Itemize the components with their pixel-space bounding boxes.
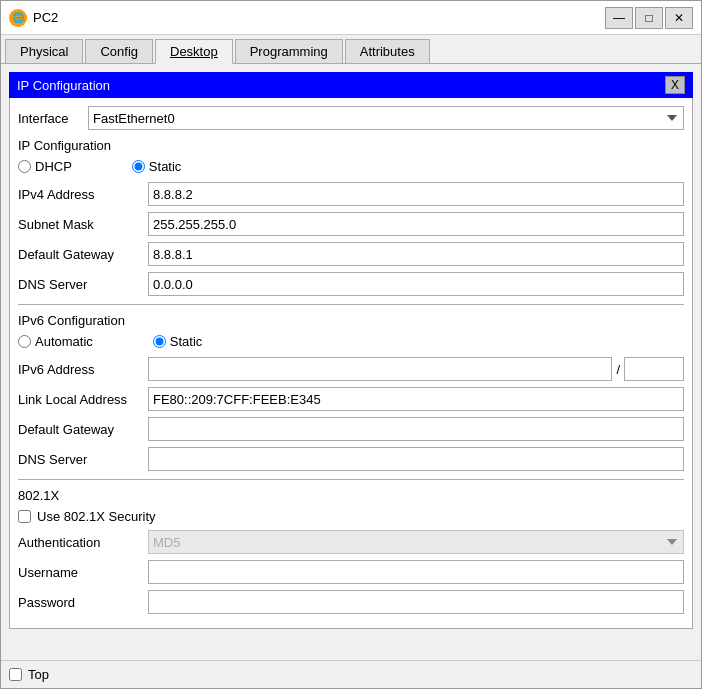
ipv6-static-radio[interactable] bbox=[153, 335, 166, 348]
link-local-input[interactable] bbox=[148, 387, 684, 411]
username-row: Username bbox=[18, 560, 684, 584]
dns-server-row: DNS Server bbox=[18, 272, 684, 296]
tab-programming[interactable]: Programming bbox=[235, 39, 343, 63]
ipv6-dns-row: DNS Server bbox=[18, 447, 684, 471]
top-checkbox[interactable] bbox=[9, 668, 22, 681]
section-divider-2 bbox=[18, 479, 684, 480]
ipv6-address-label: IPv6 Address bbox=[18, 362, 148, 377]
ipv6-gateway-label: Default Gateway bbox=[18, 422, 148, 437]
ipv4-address-row: IPv4 Address bbox=[18, 182, 684, 206]
default-gateway-input[interactable] bbox=[148, 242, 684, 266]
dhcp-radio[interactable] bbox=[18, 160, 31, 173]
dot1x-section-label: 802.1X bbox=[18, 488, 684, 503]
ipv4-radio-group: DHCP Static bbox=[18, 159, 684, 174]
ipv6-section-label: IPv6 Configuration bbox=[18, 313, 684, 328]
section-divider-1 bbox=[18, 304, 684, 305]
ipv6-automatic-radio[interactable] bbox=[18, 335, 31, 348]
ipv4-address-input[interactable] bbox=[148, 182, 684, 206]
ipv6-address-row: IPv6 Address / bbox=[18, 357, 684, 381]
dot1x-checkbox-row: Use 802.1X Security bbox=[18, 509, 684, 524]
ipv6-prefix-input[interactable] bbox=[624, 357, 684, 381]
interface-row: Interface FastEthernet0 bbox=[18, 106, 684, 130]
ipv6-address-fields: / bbox=[148, 357, 684, 381]
dns-server-label: DNS Server bbox=[18, 277, 148, 292]
dot1x-checkbox[interactable] bbox=[18, 510, 31, 523]
interface-select[interactable]: FastEthernet0 bbox=[88, 106, 684, 130]
dns-server-input[interactable] bbox=[148, 272, 684, 296]
tab-physical[interactable]: Physical bbox=[5, 39, 83, 63]
subnet-mask-row: Subnet Mask bbox=[18, 212, 684, 236]
top-label: Top bbox=[28, 667, 49, 682]
static-label: Static bbox=[149, 159, 182, 174]
ipv4-address-label: IPv4 Address bbox=[18, 187, 148, 202]
ipv4-section-label: IP Configuration bbox=[18, 138, 684, 153]
tab-bar: Physical Config Desktop Programming Attr… bbox=[1, 35, 701, 64]
password-row: Password bbox=[18, 590, 684, 614]
subnet-mask-input[interactable] bbox=[148, 212, 684, 236]
link-local-address-row: Link Local Address bbox=[18, 387, 684, 411]
panel-body: Interface FastEthernet0 IP Configuration… bbox=[9, 98, 693, 629]
ipv6-gateway-row: Default Gateway bbox=[18, 417, 684, 441]
username-label: Username bbox=[18, 565, 148, 580]
main-window: 🌐 PC2 — □ ✕ Physical Config Desktop Prog… bbox=[0, 0, 702, 689]
main-content: IP Configuration X Interface FastEtherne… bbox=[1, 64, 701, 660]
subnet-mask-label: Subnet Mask bbox=[18, 217, 148, 232]
ipv6-gateway-input[interactable] bbox=[148, 417, 684, 441]
window-controls: — □ ✕ bbox=[605, 7, 693, 29]
ipv6-dns-input[interactable] bbox=[148, 447, 684, 471]
close-button[interactable]: ✕ bbox=[665, 7, 693, 29]
password-label: Password bbox=[18, 595, 148, 610]
title-bar: 🌐 PC2 — □ ✕ bbox=[1, 1, 701, 35]
interface-label: Interface bbox=[18, 111, 88, 126]
static-radio-item[interactable]: Static bbox=[132, 159, 182, 174]
ipv6-address-input[interactable] bbox=[148, 357, 612, 381]
dhcp-radio-item[interactable]: DHCP bbox=[18, 159, 72, 174]
ipv6-automatic-label: Automatic bbox=[35, 334, 93, 349]
default-gateway-row: Default Gateway bbox=[18, 242, 684, 266]
minimize-button[interactable]: — bbox=[605, 7, 633, 29]
app-icon: 🌐 bbox=[9, 9, 27, 27]
ipv6-automatic-radio-item[interactable]: Automatic bbox=[18, 334, 93, 349]
ipv6-static-radio-item[interactable]: Static bbox=[153, 334, 203, 349]
default-gateway-label: Default Gateway bbox=[18, 247, 148, 262]
ipv6-slash: / bbox=[616, 362, 620, 377]
ipv6-dns-label: DNS Server bbox=[18, 452, 148, 467]
tab-attributes[interactable]: Attributes bbox=[345, 39, 430, 63]
static-radio[interactable] bbox=[132, 160, 145, 173]
maximize-button[interactable]: □ bbox=[635, 7, 663, 29]
authentication-select[interactable]: MD5 bbox=[148, 530, 684, 554]
ipv6-radio-group: Automatic Static bbox=[18, 334, 684, 349]
panel-close-button[interactable]: X bbox=[665, 76, 685, 94]
dhcp-label: DHCP bbox=[35, 159, 72, 174]
panel-header: IP Configuration X bbox=[9, 72, 693, 98]
panel-title: IP Configuration bbox=[17, 78, 110, 93]
password-input[interactable] bbox=[148, 590, 684, 614]
authentication-row: Authentication MD5 bbox=[18, 530, 684, 554]
username-input[interactable] bbox=[148, 560, 684, 584]
tab-config[interactable]: Config bbox=[85, 39, 153, 63]
ipv6-static-label: Static bbox=[170, 334, 203, 349]
authentication-label: Authentication bbox=[18, 535, 148, 550]
dot1x-checkbox-label: Use 802.1X Security bbox=[37, 509, 156, 524]
window-title: PC2 bbox=[33, 10, 605, 25]
link-local-label: Link Local Address bbox=[18, 392, 148, 407]
tab-desktop[interactable]: Desktop bbox=[155, 39, 233, 64]
bottom-bar: Top bbox=[1, 660, 701, 688]
